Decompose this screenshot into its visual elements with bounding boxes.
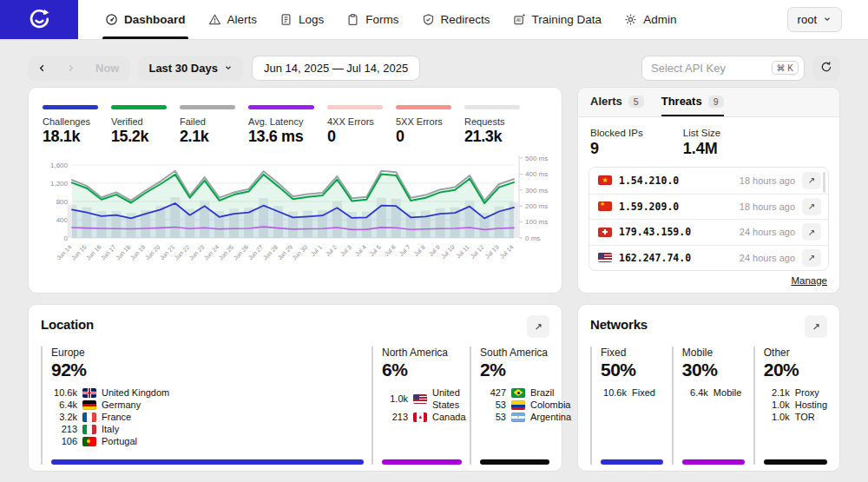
metric-4xx-errors[interactable]: 4XX Errors 0 [327,105,383,146]
refresh-button[interactable] [812,56,840,81]
country-row: 1.0kUnited States [382,386,462,411]
svg-text:Jul 5: Jul 5 [369,244,382,257]
network-percent: 30% [682,360,745,380]
arrow-up-right-icon: ↗ [808,175,815,185]
tab-forms[interactable]: Forms [335,0,410,39]
tab-redirects[interactable]: Redirects [411,0,502,39]
open-ip-button[interactable]: ↗ [802,198,821,215]
network-row: 1.0kTOR [764,411,827,423]
blocked-ip-row[interactable]: 1.59.209.0 18 hours ago ↗ [589,194,828,220]
network-fixed: Fixed 50% 10.6kFixed [590,347,663,465]
network-item-name: Proxy [795,386,819,399]
network-item-name: Mobile [713,386,741,399]
arrow-up-right-icon: ↗ [808,253,815,262]
country-row: 213Italy [51,423,364,435]
country-value: 106 [51,435,77,447]
country-value: 53 [480,411,506,423]
metric-avg-latency[interactable]: Avg. Latency 13.6 ms [248,105,314,146]
metric-value: 18.1k [43,128,98,146]
stat-list-size: List Size 1.4M [683,128,720,158]
region-europe: Europe 92% 10.6kUnited Kingdom 6.4kGerma… [41,347,364,465]
metric-verified[interactable]: Verified 15.2k [111,105,167,146]
country-name: Germany [102,399,141,411]
api-key-input[interactable] [651,62,772,75]
range-label: Last 30 Days [148,62,218,75]
date-range-value[interactable]: Jun 14, 2025 — Jul 14, 2025 [252,56,420,81]
metric-challenges[interactable]: Challenges 18.1k [43,105,98,146]
country-row: 427Brazil [480,386,549,399]
country-name: France [102,411,131,423]
tab-alerts-panel[interactable]: Alerts 5 [590,88,644,116]
tab-alerts[interactable]: Alerts [197,0,269,39]
now-button[interactable]: Now [85,56,129,81]
arrow-up-right-icon: ↗ [808,201,815,211]
tab-training-data[interactable]: AI Training Data [502,0,614,39]
toolbar: Now Last 30 Days Jun 14, 2025 — Jul 14, … [28,55,840,81]
tab-admin[interactable]: Admin [613,0,687,39]
country-row: 6.4kGermany [51,399,364,411]
user-menu-button[interactable]: root [787,7,842,32]
network-value: 6.4k [682,386,708,399]
list-scrollbar[interactable] [823,172,826,193]
metric-label: Avg. Latency [248,116,314,127]
back-button[interactable] [28,56,56,81]
metrics-row: Challenges 18.1k Verified 15.2k Failed 2… [41,100,549,148]
blocked-ip-row[interactable]: 179.43.159.0 24 hours ago ↗ [589,219,828,245]
stat-blocked-ips: Blocked IPs 9 [590,128,643,158]
traffic-timeseries-chart[interactable]: 04008001,2001,6000 ms100 ms200 ms300 ms4… [41,151,551,281]
country-flag-icon [511,413,525,422]
stat-value: 1.4M [683,140,720,158]
forward-button[interactable] [56,56,85,81]
svg-text:Jun 25: Jun 25 [218,244,235,261]
metric-5xx-errors[interactable]: 5XX Errors 0 [396,105,451,146]
country-flag-icon [82,413,96,422]
expand-location-button[interactable]: ↗ [527,315,549,338]
metric-requests[interactable]: Requests 21.3k [464,105,520,146]
network-name: Fixed [601,347,663,359]
network-item-name: Hosting [795,399,827,411]
svg-text:Jun 16: Jun 16 [85,244,102,261]
threats-count-badge: 9 [708,96,724,108]
refresh-icon [820,61,832,76]
network-mobile: Mobile 30% 6.4kMobile [672,347,745,465]
region-share-bar [382,459,462,465]
brand-logo[interactable] [0,0,78,39]
ip-address: 1.59.209.0 [619,201,679,213]
country-row: 213Canada [382,411,462,423]
country-value: 1.0k [382,393,408,405]
region-share-bar [480,459,549,465]
network-row: 6.4kMobile [682,386,745,399]
network-other: Other 20% 2.1kProxy 1.0kHosting 1.0kTOR [753,347,827,465]
country-name: United Kingdom [102,386,169,399]
blocked-ip-row[interactable]: 1.54.210.0 18 hours ago ↗ [589,168,828,194]
open-ip-button[interactable]: ↗ [802,223,821,241]
ip-address: 162.247.74.0 [619,252,691,264]
network-name: Mobile [682,347,745,359]
country-flag-icon [511,388,525,398]
tab-logs[interactable]: Logs [268,0,335,39]
stat-value: 9 [590,140,643,158]
country-name: Canada [432,411,466,423]
metric-value: 21.3k [464,128,520,146]
expand-networks-button[interactable]: ↗ [805,315,827,338]
manage-link[interactable]: Manage [590,275,827,286]
blocked-ip-row[interactable]: 162.247.74.0 24 hours ago ↗ [589,245,828,271]
api-key-select[interactable]: ⌘ K [641,56,805,81]
svg-text:AI: AI [516,17,521,23]
open-ip-button[interactable]: ↗ [802,249,821,267]
svg-text:0 ms: 0 ms [525,234,540,242]
metric-failed[interactable]: Failed 2.1k [180,105,235,146]
svg-text:Jul 13: Jul 13 [484,244,500,260]
tab-threats-panel[interactable]: Threats 9 [661,88,724,116]
open-ip-button[interactable]: ↗ [802,172,821,189]
country-value: 53 [480,399,506,411]
metric-value: 13.6 ms [248,128,314,146]
nav-label: Redirects [441,13,490,26]
tab-dashboard[interactable]: Dashboard [94,0,197,39]
shortcut-badge: ⌘ K [772,61,799,75]
metric-label: Failed [180,116,235,127]
svg-text:Jun 19: Jun 19 [129,244,147,261]
date-range-dropdown[interactable]: Last 30 Days [138,56,243,81]
svg-text:Jun 21: Jun 21 [159,244,176,261]
country-flag-icon [598,253,612,262]
